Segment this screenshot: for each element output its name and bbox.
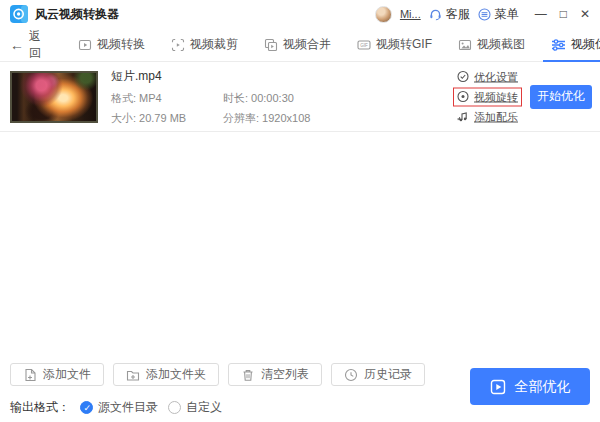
window-controls: — □ ✕: [535, 8, 590, 20]
play-square-icon: [490, 379, 506, 395]
tab-label: 视频截图: [477, 36, 525, 53]
button-label: 添加文件夹: [146, 366, 206, 383]
video-optimize-sliders-icon: [551, 38, 566, 52]
tab-video-convert[interactable]: 视频转换: [65, 28, 158, 62]
history-button[interactable]: 历史记录: [331, 363, 425, 386]
customer-service-label: 客服: [446, 6, 470, 23]
minimize-button[interactable]: —: [535, 8, 547, 20]
tab-label: 视频优化: [571, 36, 600, 53]
clear-list-button[interactable]: 清空列表: [228, 363, 322, 386]
radio-checked-icon: [80, 401, 93, 414]
tab-label: 视频裁剪: [190, 36, 238, 53]
history-clock-icon: [344, 368, 358, 382]
action-label: 添加配乐: [474, 109, 518, 124]
video-screenshot-icon: [458, 38, 472, 52]
check-circle-icon: [457, 71, 469, 83]
tab-label: 视频转GIF: [376, 36, 432, 53]
button-label: 清空列表: [261, 366, 309, 383]
add-folder-icon: [126, 368, 140, 382]
radio-unchecked-icon: [168, 401, 181, 414]
file-list-empty-area: [0, 132, 600, 355]
add-file-icon: [23, 368, 37, 382]
tab-video-screenshot[interactable]: 视频截图: [445, 28, 538, 62]
radio-label: 源文件目录: [98, 399, 158, 416]
customer-service-button[interactable]: 客服: [429, 6, 470, 23]
button-label: 历史记录: [364, 366, 412, 383]
item-actions: 优化设置 视频旋转 添加配乐: [457, 69, 522, 124]
radio-label: 自定义: [186, 399, 222, 416]
menu-label: 菜单: [495, 6, 519, 23]
add-file-button[interactable]: 添加文件: [10, 363, 104, 386]
tab-video-crop[interactable]: 视频裁剪: [158, 28, 251, 62]
radio-custom[interactable]: 自定义: [168, 399, 222, 416]
close-button[interactable]: ✕: [580, 8, 590, 20]
back-button[interactable]: ← 返回: [10, 28, 41, 62]
add-music-link[interactable]: 添加配乐: [457, 109, 518, 124]
menu-button[interactable]: 菜单: [478, 6, 519, 23]
user-avatar[interactable]: [375, 6, 392, 23]
video-rotate-link[interactable]: 视频旋转: [453, 87, 522, 106]
file-info: 短片.mp4 格式:MP4 时长:00:00:30 大小:20.79 MB 分辨…: [111, 68, 313, 126]
file-resolution: 分辨率:1920x108: [223, 111, 313, 126]
back-arrow-icon: ←: [10, 37, 24, 53]
tab-video-to-gif[interactable]: GIF 视频转GIF: [344, 28, 445, 62]
tab-label: 视频转换: [97, 36, 145, 53]
file-meta: 格式:MP4 时长:00:00:30 大小:20.79 MB 分辨率:1920x…: [111, 91, 313, 126]
music-note-icon: [457, 111, 469, 123]
button-label: 添加文件: [43, 366, 91, 383]
file-name: 短片.mp4: [111, 68, 313, 85]
svg-text:GIF: GIF: [360, 43, 368, 48]
rotate-icon: [457, 91, 469, 103]
optimize-all-button[interactable]: 全部优化: [470, 368, 590, 405]
titlebar: 风云视频转换器 Mi... 客服 菜单 —: [0, 0, 600, 28]
menu-icon: [478, 8, 491, 21]
tab-label: 视频合并: [283, 36, 331, 53]
optimize-all-label: 全部优化: [515, 378, 571, 396]
video-thumbnail: [10, 71, 98, 123]
video-crop-icon: [171, 38, 185, 52]
file-list-item[interactable]: 短片.mp4 格式:MP4 时长:00:00:30 大小:20.79 MB 分辨…: [0, 62, 600, 132]
app-title: 风云视频转换器: [35, 6, 119, 23]
action-label: 视频旋转: [474, 89, 518, 104]
tab-video-optimize[interactable]: 视频优化: [538, 28, 600, 62]
file-size: 大小:20.79 MB: [111, 111, 223, 126]
file-format: 格式:MP4: [111, 91, 223, 106]
radio-source-directory[interactable]: 源文件目录: [80, 399, 158, 416]
add-folder-button[interactable]: 添加文件夹: [113, 363, 219, 386]
bottom-toolbar: 添加文件 添加文件夹 清空列表: [0, 363, 600, 422]
username-link[interactable]: Mi...: [400, 8, 421, 20]
app-window: 风云视频转换器 Mi... 客服 菜单 —: [0, 0, 600, 422]
start-optimize-button[interactable]: 开始优化: [530, 85, 592, 109]
maximize-button[interactable]: □: [560, 8, 567, 20]
titlebar-right: Mi... 客服 菜单 — □ ✕: [375, 6, 590, 23]
video-gif-icon: GIF: [357, 38, 371, 52]
headset-icon: [429, 8, 442, 21]
back-label: 返回: [29, 28, 41, 62]
output-format-label: 输出格式：: [10, 399, 70, 416]
trash-icon: [241, 368, 255, 382]
tab-video-merge[interactable]: 视频合并: [251, 28, 344, 62]
video-convert-icon: [78, 38, 92, 52]
action-label: 优化设置: [474, 69, 518, 84]
optimize-settings-link[interactable]: 优化设置: [457, 69, 518, 84]
tabbar: ← 返回 视频转换 视频裁剪 视频合并: [0, 28, 600, 62]
app-logo-icon: [10, 5, 28, 23]
file-duration: 时长:00:00:30: [223, 91, 313, 106]
video-merge-icon: [264, 38, 278, 52]
